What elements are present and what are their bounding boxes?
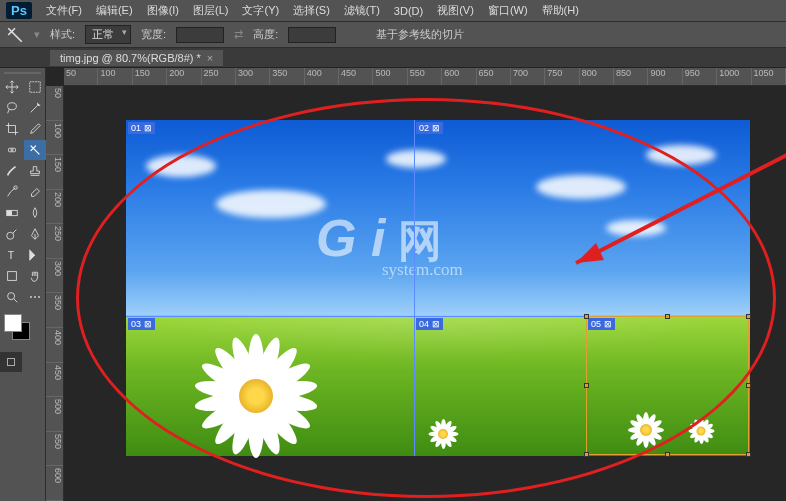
gradient-tool[interactable] <box>1 203 23 223</box>
history-brush-tool[interactable] <box>1 182 23 202</box>
foreground-swatch[interactable] <box>4 314 22 332</box>
svg-rect-6 <box>7 210 12 215</box>
ruler-tick: 200 <box>167 68 201 85</box>
crop-tool[interactable] <box>1 119 23 139</box>
menu-layer[interactable]: 图层(L) <box>193 3 228 18</box>
ruler-tick: 450 <box>46 363 63 398</box>
wand-tool[interactable] <box>24 98 46 118</box>
color-swatches[interactable] <box>0 314 45 348</box>
lasso-tool[interactable] <box>1 98 23 118</box>
tab-title: timg.jpg @ 80.7%(RGB/8#) * <box>60 52 201 64</box>
slice-selection[interactable] <box>586 316 749 455</box>
menu-help[interactable]: 帮助(H) <box>542 3 579 18</box>
svg-text:T: T <box>8 249 15 261</box>
shape-tool[interactable] <box>1 266 23 286</box>
ruler-tick: 150 <box>133 68 167 85</box>
ruler-tick: 400 <box>305 68 339 85</box>
slice-badge[interactable]: 03 ⊠ <box>128 318 155 330</box>
svg-point-1 <box>8 103 17 110</box>
ruler-tick: 350 <box>46 293 63 328</box>
slice-badge[interactable]: 04 ⊠ <box>416 318 443 330</box>
ruler-vertical[interactable]: 50 100 150 200 250 300 350 400 450 500 5… <box>46 86 64 501</box>
height-field[interactable] <box>288 27 336 43</box>
slice-tool[interactable] <box>24 140 46 160</box>
ruler-tick: 750 <box>545 68 579 85</box>
workspace: T ⋯ 50 100 150 200 250 300 350 400 450 5… <box>0 68 786 501</box>
svg-point-2 <box>38 104 40 106</box>
ruler-tick: 150 <box>46 155 63 190</box>
menu-file[interactable]: 文件(F) <box>46 3 82 18</box>
ruler-tick: 450 <box>339 68 373 85</box>
ruler-tick: 900 <box>648 68 682 85</box>
path-tool[interactable] <box>24 245 46 265</box>
height-label: 高度: <box>253 27 278 42</box>
type-tool[interactable]: T <box>1 245 23 265</box>
marquee-tool[interactable] <box>24 77 46 97</box>
menu-3d[interactable]: 3D(D) <box>394 5 423 17</box>
dodge-tool[interactable] <box>1 224 23 244</box>
ruler-tick: 600 <box>46 466 63 501</box>
image-watermark-sub: system.com <box>382 260 463 280</box>
blur-tool[interactable] <box>24 203 46 223</box>
brush-tool[interactable] <box>1 161 23 181</box>
toolbox: T ⋯ <box>0 68 46 501</box>
ruler-tick: 500 <box>46 397 63 432</box>
ruler-tick: 400 <box>46 328 63 363</box>
menu-select[interactable]: 选择(S) <box>293 3 330 18</box>
menu-type[interactable]: 文字(Y) <box>242 3 279 18</box>
ruler-tick: 650 <box>477 68 511 85</box>
ruler-tick: 950 <box>683 68 717 85</box>
ruler-tick: 50 <box>46 86 63 121</box>
ruler-tick: 700 <box>511 68 545 85</box>
pen-tool[interactable] <box>24 224 46 244</box>
ruler-tick: 550 <box>408 68 442 85</box>
width-label: 宽度: <box>141 27 166 42</box>
tab-close-icon[interactable]: × <box>207 52 213 64</box>
image-daisy-small <box>426 417 460 451</box>
menu-filter[interactable]: 滤镜(T) <box>344 3 380 18</box>
eraser-tool[interactable] <box>24 182 46 202</box>
ruler-tick: 50 <box>64 68 98 85</box>
ruler-tick: 300 <box>46 259 63 294</box>
menu-window[interactable]: 窗口(W) <box>488 3 528 18</box>
edit-toolbar[interactable]: ⋯ <box>24 287 46 307</box>
menu-view[interactable]: 视图(V) <box>437 3 474 18</box>
slice-divider-v[interactable] <box>414 120 415 456</box>
move-tool[interactable] <box>1 77 23 97</box>
svg-rect-0 <box>30 82 41 93</box>
ruler-tick: 200 <box>46 190 63 225</box>
menu-image[interactable]: 图像(I) <box>147 3 179 18</box>
image-daisy-large <box>186 326 326 466</box>
stamp-tool[interactable] <box>24 161 46 181</box>
document-canvas[interactable]: G i 网 system.com 01 ⊠ 02 ⊠ 03 ⊠ 04 ⊠ 05 … <box>126 120 750 456</box>
style-label: 样式: <box>50 27 75 42</box>
svg-rect-9 <box>8 272 17 281</box>
style-select[interactable]: 正常 <box>85 25 131 44</box>
slice-tool-icon[interactable] <box>6 26 24 44</box>
ruler-horizontal[interactable]: 50 100 150 200 250 300 350 400 450 500 5… <box>64 68 786 86</box>
ruler-tick: 350 <box>270 68 304 85</box>
zoom-tool[interactable] <box>1 287 23 307</box>
ruler-tick: 100 <box>98 68 132 85</box>
svg-point-7 <box>7 232 14 239</box>
hand-tool[interactable] <box>24 266 46 286</box>
svg-point-10 <box>8 293 15 300</box>
heal-tool[interactable] <box>1 140 23 160</box>
ruler-tick: 850 <box>614 68 648 85</box>
ruler-tick: 500 <box>373 68 407 85</box>
ruler-tick: 250 <box>202 68 236 85</box>
ruler-tick: 100 <box>46 121 63 156</box>
width-field[interactable] <box>176 27 224 43</box>
document-tab[interactable]: timg.jpg @ 80.7%(RGB/8#) * × <box>50 50 223 66</box>
slice-badge[interactable]: 01 ⊠ <box>128 122 155 134</box>
slice-badge[interactable]: 02 ⊠ <box>416 122 443 134</box>
quickmask-toggle[interactable] <box>0 352 22 372</box>
ruler-tick: 300 <box>236 68 270 85</box>
ruler-tick: 600 <box>442 68 476 85</box>
canvas-area: 50 100 150 200 250 300 350 400 450 500 5… <box>46 68 786 501</box>
app-logo: Ps <box>6 2 32 19</box>
ruler-tick: 1000 <box>717 68 751 85</box>
menu-edit[interactable]: 编辑(E) <box>96 3 133 18</box>
eyedropper-tool[interactable] <box>24 119 46 139</box>
slice-note[interactable]: 基于参考线的切片 <box>376 27 464 42</box>
